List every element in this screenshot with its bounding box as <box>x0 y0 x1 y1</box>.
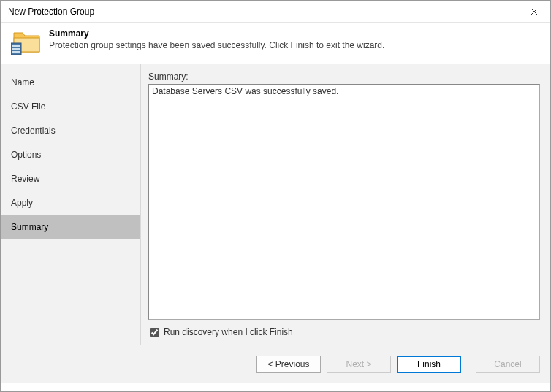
svg-rect-3 <box>12 48 20 50</box>
titlebar: New Protection Group <box>1 1 550 23</box>
checkbox-label: Run discovery when I click Finish <box>164 327 293 337</box>
sidebar-item-summary[interactable]: Summary <box>1 215 140 239</box>
summary-text: Database Servers CSV was successfully sa… <box>152 86 338 96</box>
page-description: Protection group settings have been save… <box>49 40 384 50</box>
sidebar-item-options[interactable]: Options <box>1 142 140 166</box>
next-button: Next > <box>327 356 391 373</box>
sidebar-item-credentials[interactable]: Credentials <box>1 118 140 142</box>
main-panel: Summary: Database Servers CSV was succes… <box>141 64 550 345</box>
close-icon <box>531 8 538 15</box>
finish-button[interactable]: Finish <box>397 356 461 373</box>
summary-textbox[interactable]: Database Servers CSV was successfully sa… <box>148 84 540 320</box>
sidebar-item-label: Name <box>11 77 34 88</box>
cancel-button: Cancel <box>476 356 540 373</box>
sidebar-item-label: Apply <box>11 198 33 208</box>
summary-label: Summary: <box>148 72 540 82</box>
sidebar-item-name[interactable]: Name <box>1 70 140 94</box>
svg-rect-2 <box>12 45 20 47</box>
button-row: < Previous Next > Finish Cancel <box>1 345 550 383</box>
sidebar-item-label: Credentials <box>11 126 56 136</box>
sidebar-item-review[interactable]: Review <box>1 166 140 191</box>
previous-button[interactable]: < Previous <box>256 356 321 373</box>
sidebar-item-apply[interactable]: Apply <box>1 191 140 215</box>
svg-rect-4 <box>12 51 20 53</box>
wizard-sidebar: Name CSV File Credentials Options Review… <box>1 64 141 345</box>
close-button[interactable] <box>517 1 550 23</box>
window-title: New Protection Group <box>8 7 94 17</box>
sidebar-item-label: Summary <box>11 222 48 232</box>
sidebar-item-label: CSV File <box>11 101 45 112</box>
run-discovery-checkbox[interactable] <box>150 328 159 337</box>
wizard-header: Summary Protection group settings have b… <box>1 23 550 64</box>
sidebar-item-label: Review <box>11 174 39 184</box>
sidebar-item-label: Options <box>11 150 41 160</box>
checkbox-row: Run discovery when I click Finish <box>148 320 540 345</box>
protection-group-icon <box>11 28 42 56</box>
page-title: Summary <box>49 28 384 39</box>
sidebar-item-csv-file[interactable]: CSV File <box>1 94 140 118</box>
